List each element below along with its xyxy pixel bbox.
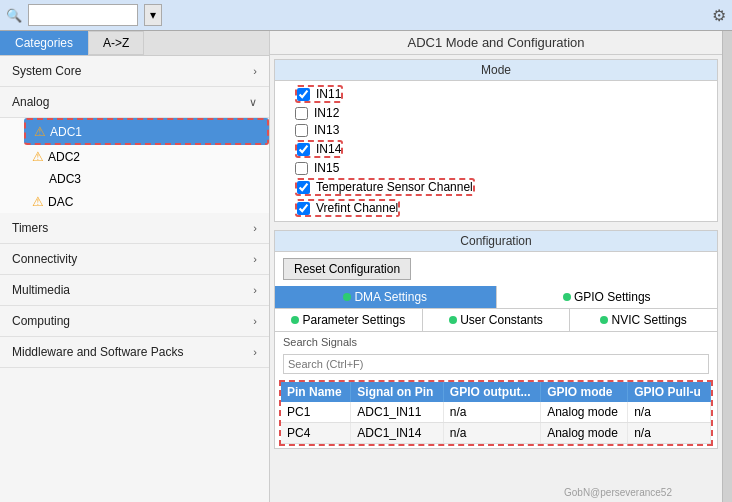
col-header-output: GPIO output... — [443, 382, 540, 402]
sidebar-item-connectivity[interactable]: Connectivity › — [0, 244, 269, 275]
cell-mode: Analog mode — [541, 423, 628, 444]
sidebar-item-label: Analog — [12, 95, 49, 109]
config-tabs-row1: DMA Settings GPIO Settings — [275, 286, 717, 309]
mode-header: Mode — [275, 60, 717, 81]
sidebar-sub-item-label: ADC1 — [50, 125, 82, 139]
mode-items: IN11 IN12 IN13 IN14 — [275, 81, 717, 221]
sidebar-item-adc3[interactable]: ADC3 — [24, 168, 269, 190]
config-section: Configuration Reset Configuration DMA Se… — [274, 230, 718, 449]
tab-bar: Categories A->Z — [0, 31, 269, 56]
tab-label-gpio: GPIO Settings — [574, 290, 651, 304]
tab-label-dma: DMA Settings — [354, 290, 427, 304]
tab-label-user: User Constants — [460, 313, 543, 327]
sidebar-item-multimedia[interactable]: Multimedia › — [0, 275, 269, 306]
config-tabs-row2: Parameter Settings User Constants NVIC S… — [275, 309, 717, 332]
mode-item-in11: IN11 — [295, 85, 343, 103]
mode-item-label-in15: IN15 — [314, 161, 339, 175]
cell-mode: Analog mode — [541, 402, 628, 423]
dot-icon — [563, 293, 571, 301]
col-header-pull: GPIO Pull-u — [628, 382, 711, 402]
sidebar-item-label: System Core — [12, 64, 81, 78]
cell-signal: ADC1_IN14 — [351, 423, 444, 444]
col-header-signal: Signal on Pin — [351, 382, 444, 402]
chevron-right-icon: › — [253, 65, 257, 77]
checkbox-in15[interactable] — [295, 162, 308, 175]
dot-icon — [343, 293, 351, 301]
chevron-right-icon: › — [253, 253, 257, 265]
tab-categories[interactable]: Categories — [0, 31, 88, 55]
top-bar: 🔍 ▾ ⚙ — [0, 0, 732, 31]
chevron-right-icon: › — [253, 346, 257, 358]
cell-pin: PC1 — [281, 402, 351, 423]
tab-gpio-settings[interactable]: GPIO Settings — [497, 286, 718, 308]
mode-item-label-vref: Vrefint Channel — [316, 201, 398, 215]
col-header-pin: Pin Name — [281, 382, 351, 402]
mode-item-in14: IN14 — [295, 140, 343, 158]
checkbox-vref[interactable] — [297, 202, 310, 215]
warning-icon: ⚠ — [34, 124, 46, 139]
dot-icon — [600, 316, 608, 324]
config-header: Configuration — [275, 231, 717, 252]
sidebar-list: System Core › Analog ∨ ⚠ ADC1 ⚠ ADC2 — [0, 56, 269, 502]
checkbox-in14[interactable] — [297, 143, 310, 156]
cell-pull: n/a — [628, 402, 711, 423]
mode-item-vref: Vrefint Channel — [295, 199, 400, 217]
search-input[interactable] — [28, 4, 138, 26]
cell-output: n/a — [443, 423, 540, 444]
mode-section: Mode IN11 IN12 IN13 — [274, 59, 718, 222]
sidebar-item-label: Computing — [12, 314, 70, 328]
checkbox-in11[interactable] — [297, 88, 310, 101]
reset-config-button[interactable]: Reset Configuration — [283, 258, 411, 280]
cell-signal: ADC1_IN11 — [351, 402, 444, 423]
sidebar-item-dac[interactable]: ⚠ DAC — [24, 190, 269, 213]
mode-item-in15: IN15 — [295, 161, 697, 175]
tab-parameter-settings[interactable]: Parameter Settings — [275, 309, 423, 331]
sidebar-sub-item-label: ADC3 — [49, 172, 81, 186]
mode-item-in12: IN12 — [295, 106, 697, 120]
mode-item-label-in11: IN11 — [316, 87, 341, 101]
checkbox-temp[interactable] — [297, 181, 310, 194]
table-row: PC4 ADC1_IN14 n/a Analog mode n/a — [281, 423, 711, 444]
sidebar-item-label: Middleware and Software Packs — [12, 345, 183, 359]
chevron-right-icon: › — [253, 222, 257, 234]
sidebar-item-label: Multimedia — [12, 283, 70, 297]
analog-submenu: ⚠ ADC1 ⚠ ADC2 ADC3 ⚠ DAC — [0, 118, 269, 213]
chevron-right-icon: › — [253, 284, 257, 296]
chevron-right-icon: › — [253, 315, 257, 327]
tab-atoz[interactable]: A->Z — [88, 31, 144, 55]
tab-label-param: Parameter Settings — [302, 313, 405, 327]
sidebar-item-label: Timers — [12, 221, 48, 235]
mode-item-temp: Temperature Sensor Channel — [295, 178, 475, 196]
dropdown-arrow[interactable]: ▾ — [144, 4, 162, 26]
sidebar-item-system-core[interactable]: System Core › — [0, 56, 269, 87]
mode-item-label-in13: IN13 — [314, 123, 339, 137]
sidebar-item-middleware[interactable]: Middleware and Software Packs › — [0, 337, 269, 368]
tab-nvic-settings[interactable]: NVIC Settings — [570, 309, 717, 331]
mode-item-label-in12: IN12 — [314, 106, 339, 120]
checkbox-in12[interactable] — [295, 107, 308, 120]
watermark: GobN@perseverance52 — [564, 487, 672, 498]
panel-title: ADC1 Mode and Configuration — [270, 31, 722, 55]
tab-dma-settings[interactable]: DMA Settings — [275, 286, 497, 308]
tab-user-constants[interactable]: User Constants — [423, 309, 571, 331]
sidebar-item-computing[interactable]: Computing › — [0, 306, 269, 337]
checkbox-in13[interactable] — [295, 124, 308, 137]
sidebar-item-adc2[interactable]: ⚠ ADC2 — [24, 145, 269, 168]
mode-item-label-in14: IN14 — [316, 142, 341, 156]
sidebar-item-adc1[interactable]: ⚠ ADC1 — [24, 118, 269, 145]
mode-item-label-temp: Temperature Sensor Channel — [316, 180, 473, 194]
search-signals-input[interactable] — [283, 354, 709, 374]
col-header-mode: GPIO mode — [541, 382, 628, 402]
sidebar-item-timers[interactable]: Timers › — [0, 213, 269, 244]
gear-icon[interactable]: ⚙ — [712, 6, 726, 25]
dot-icon — [449, 316, 457, 324]
scrollbar[interactable] — [722, 31, 732, 502]
sidebar-item-analog[interactable]: Analog ∨ — [0, 87, 269, 118]
mode-item-in13: IN13 — [295, 123, 697, 137]
cell-pull: n/a — [628, 423, 711, 444]
cell-pin: PC4 — [281, 423, 351, 444]
warning-icon: ⚠ — [32, 194, 44, 209]
sidebar-sub-item-label: DAC — [48, 195, 73, 209]
search-signals-label: Search Signals — [275, 332, 717, 352]
right-panel: ADC1 Mode and Configuration Mode IN11 IN… — [270, 31, 722, 502]
